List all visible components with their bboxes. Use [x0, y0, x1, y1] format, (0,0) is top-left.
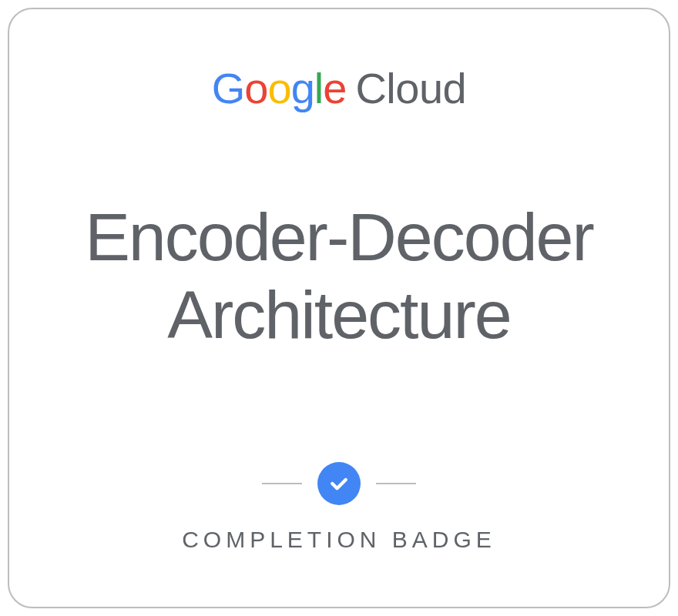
checkmark-icon — [317, 462, 361, 505]
check-divider — [262, 462, 416, 505]
badge-footer: COMPLETION BADGE — [182, 462, 496, 568]
product-name: Cloud — [355, 63, 466, 113]
course-title: Encoder-Decoder Architecture — [40, 198, 638, 353]
divider-line-right — [376, 483, 416, 484]
brand-logo: Google Cloud — [212, 63, 466, 113]
badge-card: Google Cloud Encoder-Decoder Architectur… — [8, 8, 670, 608]
completion-label: COMPLETION BADGE — [182, 527, 496, 553]
google-wordmark: Google — [212, 63, 347, 113]
divider-line-left — [262, 483, 302, 484]
